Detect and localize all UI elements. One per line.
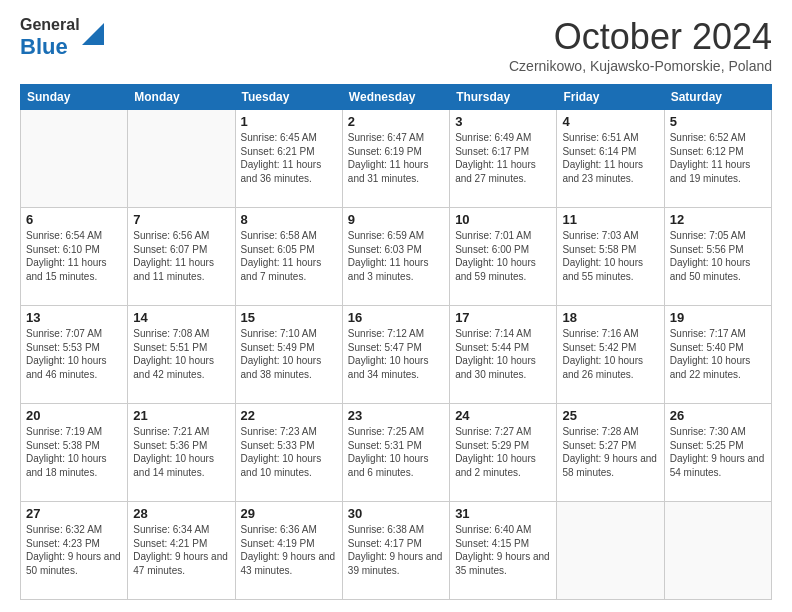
day-info: Sunrise: 7:17 AMSunset: 5:40 PMDaylight:… — [670, 327, 766, 381]
calendar-cell: 11Sunrise: 7:03 AMSunset: 5:58 PMDayligh… — [557, 208, 664, 306]
calendar-cell: 28Sunrise: 6:34 AMSunset: 4:21 PMDayligh… — [128, 502, 235, 600]
logo-blue: Blue — [20, 34, 80, 60]
title-area: October 2024 Czernikowo, Kujawsko-Pomors… — [509, 16, 772, 74]
calendar-cell: 26Sunrise: 7:30 AMSunset: 5:25 PMDayligh… — [664, 404, 771, 502]
month-title: October 2024 — [509, 16, 772, 58]
logo-general: General — [20, 16, 80, 34]
day-number: 23 — [348, 408, 444, 423]
calendar-cell: 27Sunrise: 6:32 AMSunset: 4:23 PMDayligh… — [21, 502, 128, 600]
location: Czernikowo, Kujawsko-Pomorskie, Poland — [509, 58, 772, 74]
day-info: Sunrise: 7:07 AMSunset: 5:53 PMDaylight:… — [26, 327, 122, 381]
day-number: 30 — [348, 506, 444, 521]
day-info: Sunrise: 6:47 AMSunset: 6:19 PMDaylight:… — [348, 131, 444, 185]
day-info: Sunrise: 6:51 AMSunset: 6:14 PMDaylight:… — [562, 131, 658, 185]
calendar-week-row: 1Sunrise: 6:45 AMSunset: 6:21 PMDaylight… — [21, 110, 772, 208]
day-info: Sunrise: 7:25 AMSunset: 5:31 PMDaylight:… — [348, 425, 444, 479]
day-number: 10 — [455, 212, 551, 227]
calendar-cell: 18Sunrise: 7:16 AMSunset: 5:42 PMDayligh… — [557, 306, 664, 404]
day-number: 7 — [133, 212, 229, 227]
day-info: Sunrise: 7:21 AMSunset: 5:36 PMDaylight:… — [133, 425, 229, 479]
day-info: Sunrise: 7:16 AMSunset: 5:42 PMDaylight:… — [562, 327, 658, 381]
calendar-cell: 2Sunrise: 6:47 AMSunset: 6:19 PMDaylight… — [342, 110, 449, 208]
day-info: Sunrise: 6:52 AMSunset: 6:12 PMDaylight:… — [670, 131, 766, 185]
calendar-cell: 24Sunrise: 7:27 AMSunset: 5:29 PMDayligh… — [450, 404, 557, 502]
day-info: Sunrise: 6:32 AMSunset: 4:23 PMDaylight:… — [26, 523, 122, 577]
logo-name: General Blue — [20, 16, 80, 60]
day-number: 26 — [670, 408, 766, 423]
calendar-cell: 30Sunrise: 6:38 AMSunset: 4:17 PMDayligh… — [342, 502, 449, 600]
day-number: 22 — [241, 408, 337, 423]
calendar-cell: 14Sunrise: 7:08 AMSunset: 5:51 PMDayligh… — [128, 306, 235, 404]
day-info: Sunrise: 6:49 AMSunset: 6:17 PMDaylight:… — [455, 131, 551, 185]
day-number: 28 — [133, 506, 229, 521]
calendar-week-row: 13Sunrise: 7:07 AMSunset: 5:53 PMDayligh… — [21, 306, 772, 404]
day-info: Sunrise: 7:12 AMSunset: 5:47 PMDaylight:… — [348, 327, 444, 381]
day-number: 20 — [26, 408, 122, 423]
logo-icon — [82, 23, 104, 45]
calendar-cell: 10Sunrise: 7:01 AMSunset: 6:00 PMDayligh… — [450, 208, 557, 306]
calendar-cell: 21Sunrise: 7:21 AMSunset: 5:36 PMDayligh… — [128, 404, 235, 502]
day-number: 31 — [455, 506, 551, 521]
day-info: Sunrise: 7:03 AMSunset: 5:58 PMDaylight:… — [562, 229, 658, 283]
calendar-cell: 1Sunrise: 6:45 AMSunset: 6:21 PMDaylight… — [235, 110, 342, 208]
calendar-cell: 23Sunrise: 7:25 AMSunset: 5:31 PMDayligh… — [342, 404, 449, 502]
day-number: 6 — [26, 212, 122, 227]
day-number: 17 — [455, 310, 551, 325]
day-number: 27 — [26, 506, 122, 521]
day-info: Sunrise: 7:14 AMSunset: 5:44 PMDaylight:… — [455, 327, 551, 381]
calendar-cell: 6Sunrise: 6:54 AMSunset: 6:10 PMDaylight… — [21, 208, 128, 306]
day-number: 9 — [348, 212, 444, 227]
day-info: Sunrise: 6:40 AMSunset: 4:15 PMDaylight:… — [455, 523, 551, 577]
day-number: 18 — [562, 310, 658, 325]
svg-marker-0 — [82, 23, 104, 45]
col-friday: Friday — [557, 85, 664, 110]
day-number: 3 — [455, 114, 551, 129]
calendar-cell: 4Sunrise: 6:51 AMSunset: 6:14 PMDaylight… — [557, 110, 664, 208]
calendar-cell: 17Sunrise: 7:14 AMSunset: 5:44 PMDayligh… — [450, 306, 557, 404]
calendar-cell — [21, 110, 128, 208]
day-number: 2 — [348, 114, 444, 129]
day-info: Sunrise: 7:28 AMSunset: 5:27 PMDaylight:… — [562, 425, 658, 479]
day-info: Sunrise: 7:10 AMSunset: 5:49 PMDaylight:… — [241, 327, 337, 381]
day-info: Sunrise: 6:59 AMSunset: 6:03 PMDaylight:… — [348, 229, 444, 283]
day-number: 11 — [562, 212, 658, 227]
calendar-cell: 20Sunrise: 7:19 AMSunset: 5:38 PMDayligh… — [21, 404, 128, 502]
day-number: 13 — [26, 310, 122, 325]
calendar-cell: 22Sunrise: 7:23 AMSunset: 5:33 PMDayligh… — [235, 404, 342, 502]
day-info: Sunrise: 7:27 AMSunset: 5:29 PMDaylight:… — [455, 425, 551, 479]
calendar-table: Sunday Monday Tuesday Wednesday Thursday… — [20, 84, 772, 600]
day-info: Sunrise: 7:08 AMSunset: 5:51 PMDaylight:… — [133, 327, 229, 381]
calendar-cell — [128, 110, 235, 208]
day-info: Sunrise: 6:54 AMSunset: 6:10 PMDaylight:… — [26, 229, 122, 283]
day-info: Sunrise: 7:23 AMSunset: 5:33 PMDaylight:… — [241, 425, 337, 479]
day-info: Sunrise: 6:58 AMSunset: 6:05 PMDaylight:… — [241, 229, 337, 283]
calendar-cell: 13Sunrise: 7:07 AMSunset: 5:53 PMDayligh… — [21, 306, 128, 404]
calendar-cell: 12Sunrise: 7:05 AMSunset: 5:56 PMDayligh… — [664, 208, 771, 306]
day-number: 5 — [670, 114, 766, 129]
col-monday: Monday — [128, 85, 235, 110]
page: General Blue October 2024 Czernikowo, Ku… — [0, 0, 792, 612]
col-saturday: Saturday — [664, 85, 771, 110]
day-number: 29 — [241, 506, 337, 521]
col-thursday: Thursday — [450, 85, 557, 110]
col-wednesday: Wednesday — [342, 85, 449, 110]
day-number: 24 — [455, 408, 551, 423]
day-number: 8 — [241, 212, 337, 227]
day-number: 19 — [670, 310, 766, 325]
day-info: Sunrise: 7:05 AMSunset: 5:56 PMDaylight:… — [670, 229, 766, 283]
day-info: Sunrise: 6:36 AMSunset: 4:19 PMDaylight:… — [241, 523, 337, 577]
day-info: Sunrise: 6:45 AMSunset: 6:21 PMDaylight:… — [241, 131, 337, 185]
calendar-cell: 19Sunrise: 7:17 AMSunset: 5:40 PMDayligh… — [664, 306, 771, 404]
calendar-cell: 5Sunrise: 6:52 AMSunset: 6:12 PMDaylight… — [664, 110, 771, 208]
calendar-cell: 9Sunrise: 6:59 AMSunset: 6:03 PMDaylight… — [342, 208, 449, 306]
calendar-week-row: 20Sunrise: 7:19 AMSunset: 5:38 PMDayligh… — [21, 404, 772, 502]
col-tuesday: Tuesday — [235, 85, 342, 110]
day-number: 25 — [562, 408, 658, 423]
calendar-week-row: 27Sunrise: 6:32 AMSunset: 4:23 PMDayligh… — [21, 502, 772, 600]
header: General Blue October 2024 Czernikowo, Ku… — [20, 16, 772, 74]
calendar-cell: 29Sunrise: 6:36 AMSunset: 4:19 PMDayligh… — [235, 502, 342, 600]
calendar-header-row: Sunday Monday Tuesday Wednesday Thursday… — [21, 85, 772, 110]
day-number: 16 — [348, 310, 444, 325]
calendar-cell — [664, 502, 771, 600]
day-number: 1 — [241, 114, 337, 129]
